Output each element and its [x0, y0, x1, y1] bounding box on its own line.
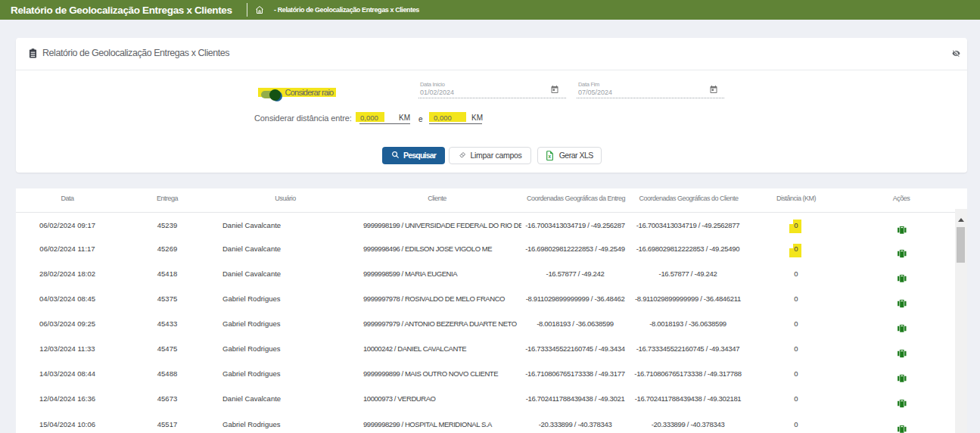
svg-text:x: x: [549, 154, 552, 159]
